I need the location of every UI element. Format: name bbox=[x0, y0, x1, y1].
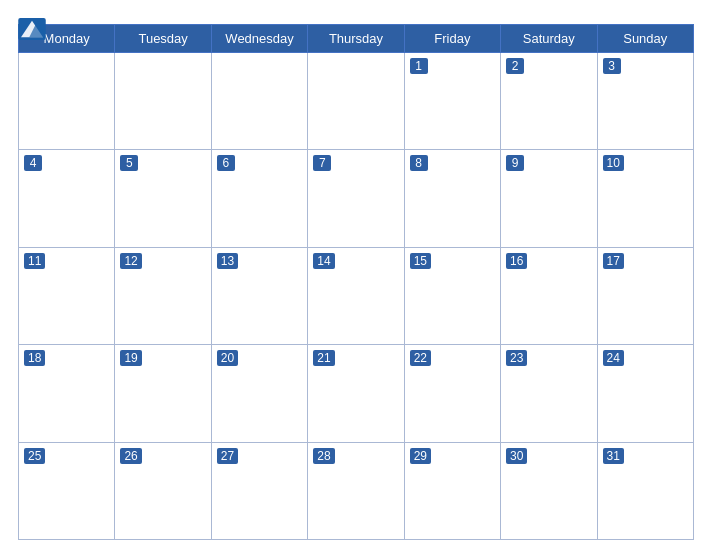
calendar-cell: 13 bbox=[211, 247, 307, 344]
weekday-header-row: MondayTuesdayWednesdayThursdayFridaySatu… bbox=[19, 25, 694, 53]
calendar-cell bbox=[19, 53, 115, 150]
calendar-cell: 19 bbox=[115, 345, 211, 442]
day-number: 26 bbox=[120, 448, 141, 464]
weekday-header-saturday: Saturday bbox=[501, 25, 597, 53]
day-number: 22 bbox=[410, 350, 431, 366]
calendar-cell: 30 bbox=[501, 442, 597, 539]
day-number: 13 bbox=[217, 253, 238, 269]
calendar-cell: 6 bbox=[211, 150, 307, 247]
calendar-week-row: 25262728293031 bbox=[19, 442, 694, 539]
day-number: 21 bbox=[313, 350, 334, 366]
weekday-header-thursday: Thursday bbox=[308, 25, 404, 53]
calendar-cell: 26 bbox=[115, 442, 211, 539]
calendar-cell bbox=[308, 53, 404, 150]
weekday-header-wednesday: Wednesday bbox=[211, 25, 307, 53]
day-number: 24 bbox=[603, 350, 624, 366]
calendar-cell: 2 bbox=[501, 53, 597, 150]
calendar-week-row: 11121314151617 bbox=[19, 247, 694, 344]
calendar-cell: 10 bbox=[597, 150, 693, 247]
day-number: 17 bbox=[603, 253, 624, 269]
day-number: 6 bbox=[217, 155, 235, 171]
day-number: 31 bbox=[603, 448, 624, 464]
day-number: 16 bbox=[506, 253, 527, 269]
day-number: 29 bbox=[410, 448, 431, 464]
calendar-cell: 23 bbox=[501, 345, 597, 442]
day-number: 11 bbox=[24, 253, 45, 269]
calendar-cell: 15 bbox=[404, 247, 500, 344]
calendar-cell: 9 bbox=[501, 150, 597, 247]
calendar-cell: 27 bbox=[211, 442, 307, 539]
day-number: 2 bbox=[506, 58, 524, 74]
day-number: 15 bbox=[410, 253, 431, 269]
weekday-header-sunday: Sunday bbox=[597, 25, 693, 53]
calendar-cell: 25 bbox=[19, 442, 115, 539]
calendar-week-row: 123 bbox=[19, 53, 694, 150]
day-number: 7 bbox=[313, 155, 331, 171]
day-number: 28 bbox=[313, 448, 334, 464]
calendar-cell: 21 bbox=[308, 345, 404, 442]
calendar-cell: 17 bbox=[597, 247, 693, 344]
day-number: 30 bbox=[506, 448, 527, 464]
day-number: 20 bbox=[217, 350, 238, 366]
day-number: 19 bbox=[120, 350, 141, 366]
calendar-table: MondayTuesdayWednesdayThursdayFridaySatu… bbox=[18, 24, 694, 540]
day-number: 9 bbox=[506, 155, 524, 171]
day-number: 5 bbox=[120, 155, 138, 171]
day-number: 1 bbox=[410, 58, 428, 74]
logo bbox=[18, 18, 46, 40]
day-number: 10 bbox=[603, 155, 624, 171]
calendar-cell: 11 bbox=[19, 247, 115, 344]
calendar-cell: 12 bbox=[115, 247, 211, 344]
calendar-cell: 1 bbox=[404, 53, 500, 150]
logo-icon bbox=[18, 18, 46, 40]
day-number: 4 bbox=[24, 155, 42, 171]
calendar-cell: 20 bbox=[211, 345, 307, 442]
calendar-week-row: 45678910 bbox=[19, 150, 694, 247]
calendar-cell: 3 bbox=[597, 53, 693, 150]
calendar-cell: 28 bbox=[308, 442, 404, 539]
calendar-cell bbox=[211, 53, 307, 150]
calendar-cell: 29 bbox=[404, 442, 500, 539]
calendar-cell bbox=[115, 53, 211, 150]
weekday-header-tuesday: Tuesday bbox=[115, 25, 211, 53]
calendar-cell: 16 bbox=[501, 247, 597, 344]
day-number: 3 bbox=[603, 58, 621, 74]
day-number: 27 bbox=[217, 448, 238, 464]
day-number: 23 bbox=[506, 350, 527, 366]
calendar-cell: 7 bbox=[308, 150, 404, 247]
calendar-week-row: 18192021222324 bbox=[19, 345, 694, 442]
day-number: 14 bbox=[313, 253, 334, 269]
day-number: 12 bbox=[120, 253, 141, 269]
day-number: 8 bbox=[410, 155, 428, 171]
calendar-cell: 24 bbox=[597, 345, 693, 442]
calendar-cell: 14 bbox=[308, 247, 404, 344]
calendar-cell: 5 bbox=[115, 150, 211, 247]
calendar-cell: 22 bbox=[404, 345, 500, 442]
calendar-cell: 18 bbox=[19, 345, 115, 442]
calendar-cell: 4 bbox=[19, 150, 115, 247]
weekday-header-friday: Friday bbox=[404, 25, 500, 53]
calendar-cell: 8 bbox=[404, 150, 500, 247]
calendar-cell: 31 bbox=[597, 442, 693, 539]
day-number: 25 bbox=[24, 448, 45, 464]
day-number: 18 bbox=[24, 350, 45, 366]
